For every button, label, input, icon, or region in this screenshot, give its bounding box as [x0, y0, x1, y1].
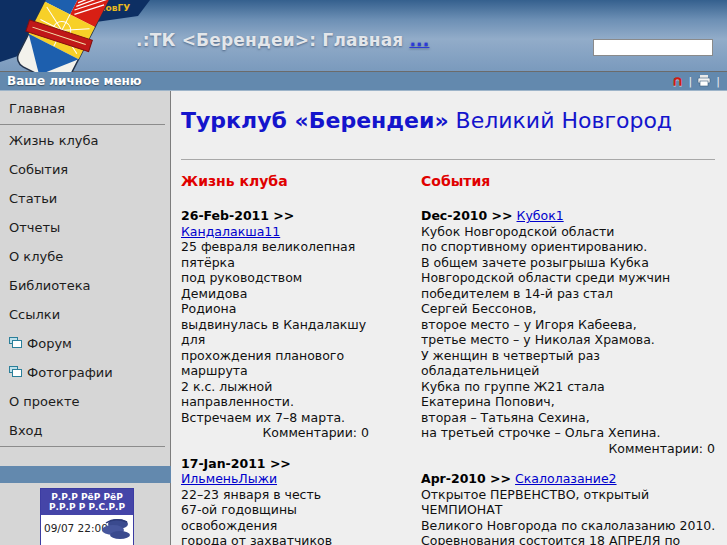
sidebar-divider: [0, 124, 165, 125]
events-heading: События: [421, 173, 717, 189]
weather-informer-banner[interactable]: Р.Р.Р РёР РёР Р.Р.Р Р Р.С.Р.Р 09/07 22:0…: [40, 488, 134, 545]
sidebar-item-stati[interactable]: Статьи: [0, 184, 170, 213]
sidebar-item-label: Вход: [9, 423, 43, 438]
sidebar-item-o-klube[interactable]: О клубе: [0, 242, 170, 271]
weather-informer-header: Р.Р.Р РёР РёР Р.Р.Р Р Р.С.Р.Р: [41, 489, 133, 515]
page-title-club: Турклуб «Берендеи»: [181, 108, 449, 133]
news-entry: Dec-2010 >> Кубок1 Кубок Новгородской об…: [421, 208, 717, 456]
sidebar: Главная Жизнь клуба События Статьи Отчет…: [0, 91, 171, 545]
sidebar-item-label: Отчеты: [9, 220, 60, 235]
weather-informer-title-line1: Р.Р.Р РёР РёР: [42, 492, 132, 502]
sidebar-item-label: О клубе: [9, 249, 63, 264]
club-life-heading: Жизнь клуба: [181, 173, 371, 189]
printer-icon[interactable]: [697, 72, 711, 91]
entry-text: 25 февраля великолепная пятёрка под руко…: [181, 239, 371, 425]
separator: |: [716, 75, 720, 88]
news-entry: 26-Feb-2011 >> Кандалакша11 25 февраля в…: [181, 208, 371, 441]
page-title: Турклуб «Берендеи» Великий Новгород: [181, 108, 715, 134]
sidebar-item-label: Библиотека: [9, 278, 91, 293]
sidebar-item-vhod[interactable]: Вход: [0, 416, 170, 445]
sidebar-item-label: Ссылки: [9, 307, 60, 322]
entry-date: 17-Jan-2011 >>: [181, 456, 291, 471]
entry-text: 22–23 января в честь 67-ой годовщины осв…: [181, 487, 371, 545]
column-club-life: Жизнь клуба 26-Feb-2011 >> Кандалакша11 …: [181, 173, 371, 545]
sidebar-item-label: События: [9, 162, 68, 177]
entry-date: 26-Feb-2011 >>: [181, 208, 294, 223]
sidebar-divider: [0, 446, 165, 447]
sidebar-item-label: Фотографии: [27, 365, 113, 380]
personal-menu-label: Ваше личное меню: [7, 74, 142, 88]
page: НовГУ: [0, 0, 727, 545]
sidebar-nav: Главная Жизнь клуба События Статьи Отчет…: [0, 91, 170, 447]
main-content: Турклуб «Берендеи» Великий Новгород Жизн…: [171, 91, 727, 545]
page-title-city: Великий Новгород: [449, 108, 672, 133]
title-more-link[interactable]: ...: [409, 30, 429, 50]
separator: |: [689, 75, 693, 88]
entry-date: Dec-2010 >>: [421, 208, 513, 223]
sidebar-item-biblioteka[interactable]: Библиотека: [0, 271, 170, 300]
comments-count: Комментарии: 0: [421, 441, 715, 457]
sidebar-item-label: Статьи: [9, 191, 57, 206]
weather-informer-body: 09/07 22:00 22: [41, 515, 133, 545]
cloud-icon: [101, 517, 131, 543]
column-events: События Dec-2010 >> Кубок1 Кубок Новгоро…: [421, 173, 717, 545]
entry-date: Apr-2010 >>: [421, 471, 511, 486]
weather-timestamp: 09/07 22:00: [44, 522, 108, 534]
entry-text: Кубок Новгородской области по спортивном…: [421, 224, 717, 441]
news-entry: 17-Jan-2011 >> ИльменьЛыжи 22–23 января …: [181, 456, 371, 545]
sidebar-item-zhizn-kluba[interactable]: Жизнь клуба: [0, 126, 170, 155]
sidebar-item-label: Форум: [27, 336, 72, 351]
sidebar-item-forum[interactable]: Форум: [0, 329, 170, 358]
home-icon[interactable]: ∩: [671, 75, 683, 87]
sidebar-item-label: Главная: [9, 101, 65, 116]
sidebar-item-sobytiya[interactable]: События: [0, 155, 170, 184]
entry-link[interactable]: Скалолазание2: [515, 471, 616, 486]
sidebar-item-label: О проекте: [9, 394, 80, 409]
entry-link[interactable]: ИльменьЛыжи: [181, 471, 277, 486]
club-emblem-icon: НовГУ: [0, 0, 150, 72]
external-window-icon: [9, 336, 22, 351]
club-logo: НовГУ: [0, 0, 150, 72]
entry-link[interactable]: Кандалакша11: [181, 224, 280, 239]
search-input[interactable]: [593, 39, 713, 56]
sidebar-item-label: Жизнь клуба: [9, 133, 99, 148]
sidebar-item-ssylki[interactable]: Ссылки: [0, 300, 170, 329]
weather-informer-title-line2: Р.Р.Р Р Р.С.Р.Р: [42, 502, 132, 512]
external-window-icon: [9, 365, 22, 380]
site-title: .:ТК <Берендеи>: Главная...: [136, 30, 429, 50]
site-title-text: .:ТК <Берендеи>: Главная: [136, 30, 403, 50]
comments-count: Комментарии: 0: [181, 425, 369, 441]
news-entry: Apr-2010 >> Скалолазание2 Открытое ПЕРВЕ…: [421, 471, 717, 545]
sidebar-blue-bar: [0, 466, 171, 483]
header: НовГУ: [0, 0, 727, 72]
menubar-icons: ∩ | |: [671, 72, 720, 91]
sidebar-item-otchety[interactable]: Отчеты: [0, 213, 170, 242]
sidebar-item-glavnaya[interactable]: Главная: [0, 94, 170, 123]
sidebar-item-fotografii[interactable]: Фотографии: [0, 358, 170, 387]
personal-menu-bar: Ваше личное меню ∩ | |: [0, 72, 727, 91]
sidebar-item-o-proekte[interactable]: О проекте: [0, 387, 170, 416]
entry-text: Открытое ПЕРВЕНСТВО, открытый ЧЕМПИОНАТ …: [421, 487, 717, 545]
title-divider: [181, 159, 715, 160]
entry-link[interactable]: Кубок1: [517, 208, 564, 223]
